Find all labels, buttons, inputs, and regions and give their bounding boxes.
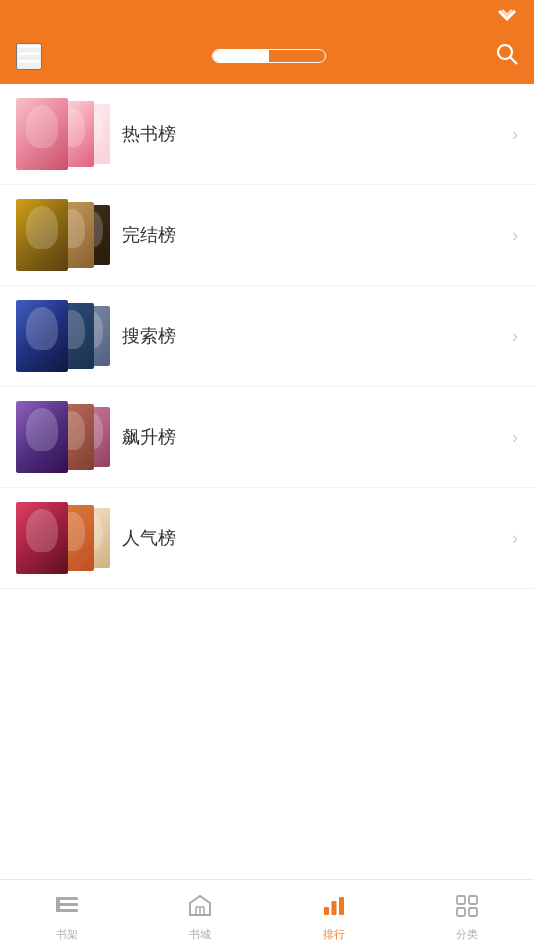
book-cover-1 <box>16 300 68 372</box>
status-bar <box>0 0 534 28</box>
nav-icon-分类 <box>454 893 480 923</box>
chevron-right-icon: › <box>512 225 518 246</box>
rank-item[interactable]: 热书榜› <box>0 84 534 185</box>
nav-icon-书城 <box>187 893 213 923</box>
nav-icon-书架 <box>54 893 80 923</box>
menu-button[interactable] <box>16 43 42 70</box>
tab-male[interactable] <box>213 50 269 62</box>
svg-line-6 <box>511 57 518 64</box>
svg-rect-19 <box>469 908 477 916</box>
svg-rect-16 <box>457 896 465 904</box>
gender-tab-group <box>212 49 326 63</box>
rank-label: 搜索榜 <box>122 324 512 348</box>
book-cover-1 <box>16 401 68 473</box>
chevron-right-icon: › <box>512 124 518 145</box>
nav-label-排行: 排行 <box>323 927 345 942</box>
svg-rect-3 <box>18 52 40 55</box>
book-covers <box>16 94 106 174</box>
app-header <box>0 28 534 84</box>
book-cover-1 <box>16 199 68 271</box>
book-covers <box>16 498 106 578</box>
chevron-right-icon: › <box>512 528 518 549</box>
chevron-right-icon: › <box>512 427 518 448</box>
rank-item[interactable]: 完结榜› <box>0 185 534 286</box>
svg-rect-14 <box>331 901 336 915</box>
nav-label-书架: 书架 <box>56 927 78 942</box>
chevron-right-icon: › <box>512 326 518 347</box>
svg-rect-2 <box>18 45 40 48</box>
nav-label-分类: 分类 <box>456 927 478 942</box>
book-covers <box>16 397 106 477</box>
rank-item[interactable]: 搜索榜› <box>0 286 534 387</box>
rank-label: 飙升榜 <box>122 425 512 449</box>
tab-female[interactable] <box>269 50 325 62</box>
wifi-icon <box>498 7 516 21</box>
nav-item-排行[interactable]: 排行 <box>267 887 401 942</box>
search-button[interactable] <box>496 43 518 70</box>
nav-label-书城: 书城 <box>189 927 211 942</box>
book-cover-1 <box>16 98 68 170</box>
book-cover-1 <box>16 502 68 574</box>
svg-rect-18 <box>457 908 465 916</box>
book-covers <box>16 296 106 376</box>
svg-rect-10 <box>56 897 60 912</box>
svg-point-5 <box>498 45 512 59</box>
nav-item-分类[interactable]: 分类 <box>401 887 535 942</box>
rank-item[interactable]: 飙升榜› <box>0 387 534 488</box>
rank-label: 人气榜 <box>122 526 512 550</box>
book-covers <box>16 195 106 275</box>
svg-rect-15 <box>339 897 344 915</box>
bottom-nav: 书架 书城 排行 分类 <box>0 879 534 949</box>
nav-icon-排行 <box>321 893 347 923</box>
nav-item-书架[interactable]: 书架 <box>0 887 134 942</box>
rank-label: 热书榜 <box>122 122 512 146</box>
svg-rect-13 <box>324 907 329 915</box>
rank-label: 完结榜 <box>122 223 512 247</box>
svg-rect-17 <box>469 896 477 904</box>
svg-rect-4 <box>18 60 40 63</box>
main-content: 热书榜›完结榜›搜索榜›飙升榜›人气榜› <box>0 84 534 879</box>
rank-item[interactable]: 人气榜› <box>0 488 534 589</box>
nav-item-书城[interactable]: 书城 <box>134 887 268 942</box>
